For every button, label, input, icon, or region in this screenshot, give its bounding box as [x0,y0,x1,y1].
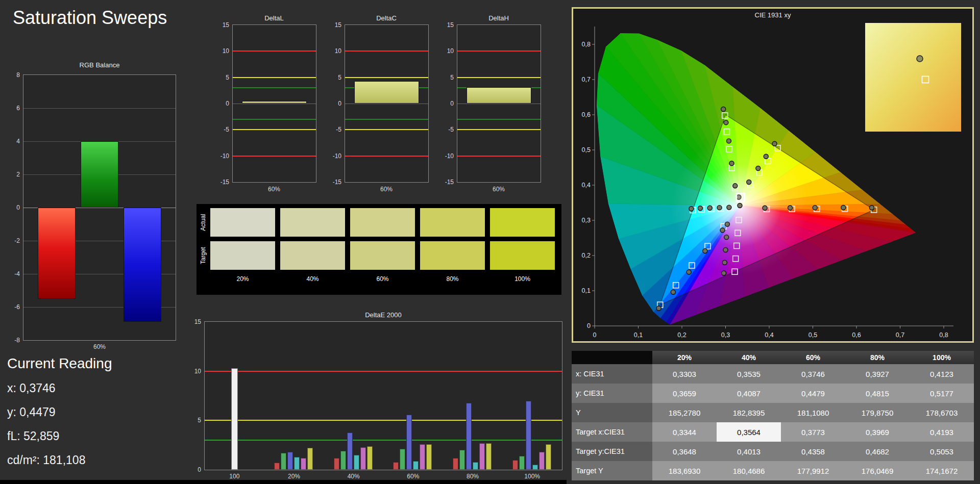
y-tick-label: 0,3 [582,217,591,224]
x-tick-label: 0 [593,332,597,339]
table-cell[interactable]: 179,8750 [845,403,910,422]
measured-circle [756,166,761,170]
table-cell[interactable]: 0,4087 [717,384,781,403]
swatch-target-60% [350,241,415,270]
app-root: Saturation Sweeps RGB Balance 86420-2-4-… [0,0,980,484]
deltae-bar-cyan [473,462,478,470]
table-cell[interactable]: 0,4682 [845,442,910,461]
cie-zoom-inset [865,23,961,132]
table-cell[interactable]: 177,9912 [781,461,845,480]
highlighted-target-square [737,193,745,201]
table-header-cell: 20% [652,351,717,364]
current-reading-y: y: 0,4479 [7,405,56,419]
y-tick-label: -8 [14,337,20,344]
deltae-bar-blue [466,403,472,470]
deltal-title: DeltaL [264,14,284,22]
y-tick-label: 0,6 [582,111,591,118]
table-cell[interactable]: 0,3969 [845,422,910,442]
table-cell[interactable]: 0,4123 [910,364,974,384]
table-cell[interactable]: 0,3344 [652,422,717,442]
table-cell[interactable]: 180,4686 [717,461,781,480]
table-cell[interactable]: 181,1080 [781,403,845,422]
x-tick-label: 0,5 [808,332,817,339]
table-cell[interactable]: 0,3927 [845,364,910,384]
ref-line [233,156,316,157]
deltae-bar-red [453,458,458,470]
rgb-bar-blue [124,208,161,322]
ref-line [233,77,316,78]
rgb-bar-red [38,208,76,299]
swatch-panel: ActualTarget20%40%60%80%100% [197,204,561,295]
x-category-label: 100 [229,473,239,480]
y-tick-label: -15 [333,179,341,186]
page-title: Saturation Sweeps [13,7,167,29]
measured-circle [656,306,661,311]
measured-circle [788,206,793,210]
table-header-cell: 40% [717,351,781,364]
delta-bar [354,81,419,104]
swatch-actual-20% [210,208,275,237]
deltae-title: DeltaE 2000 [365,311,402,319]
deltae-bar-green [459,450,465,470]
swatch-col-label: 60% [376,275,388,283]
table-cell[interactable]: 0,4193 [910,422,974,442]
y-tick-label: 5 [338,74,341,81]
table-cell[interactable]: 0,4013 [717,442,781,461]
x-tick-label: 0,8 [939,332,948,339]
x-category-label: 60% [407,473,419,480]
table-cell[interactable]: 0,3303 [652,364,717,384]
swatch-target-80% [420,241,485,270]
table-cell[interactable]: 0,3564 [717,422,781,442]
table-cell[interactable]: 0,4358 [781,442,845,461]
deltal-xlabel: 60% [268,186,280,193]
y-tick-label: 2 [16,171,20,178]
table-header-cell: 80% [845,351,910,364]
swatch-target-40% [280,241,345,270]
measured-circle [720,228,725,233]
deltae-bar-yellow [307,448,313,470]
table-cell[interactable]: 174,1672 [910,461,974,480]
ref-line [345,129,428,130]
table-cell[interactable]: 176,0469 [845,461,910,480]
ref-line [457,129,541,130]
y-tick-label: 4 [16,138,20,145]
measured-circle [689,207,694,211]
y-tick-label: -10 [333,152,341,160]
swatch-target-20% [210,241,275,270]
table-cell[interactable]: 0,3535 [717,364,781,384]
table-cell[interactable]: 178,6703 [910,403,974,422]
deltae-plot: 15105010020%40%60%80%100% [204,321,562,470]
measured-circle [772,141,777,146]
ref-line [457,119,541,120]
swatch-actual-40% [280,208,345,237]
table-cell[interactable]: 0,3773 [781,422,845,442]
table-cell[interactable]: 0,3659 [652,384,717,403]
ref-line [457,50,541,52]
measured-circle [763,206,767,210]
current-reading-cdm2: cd/m²: 181,108 [7,453,85,467]
ref-line [345,119,428,120]
x-tick-label: 0,7 [896,332,904,339]
table-cell[interactable]: 182,8395 [717,403,781,422]
measured-circle [722,260,727,265]
cie-title: CIE 1931 xy [755,11,791,19]
y-tick-label: 15 [194,318,201,325]
table-cell[interactable]: 183,6930 [652,461,717,480]
swatch-row-label-actual: Actual [200,214,207,231]
table-cell[interactable]: 185,2780 [652,403,717,422]
zero-line [457,104,541,104]
measured-circle [703,249,707,253]
table-row-label: Target y:CIE31 [572,442,652,461]
table-cell[interactable]: 0,3746 [781,364,845,384]
table-cell[interactable]: 0,4815 [845,384,910,403]
deltac-title: DeltaC [376,14,397,22]
y-tick-label: 0 [198,466,201,473]
rgb-balance-xlabel: 60% [93,343,106,350]
table-cell[interactable]: 0,5053 [910,442,974,461]
rgb-balance-plot: 86420-2-4-6-8 [23,74,176,341]
table-cell[interactable]: 0,4479 [781,384,845,403]
table-cell[interactable]: 0,3648 [652,442,717,461]
ref-line [205,371,562,372]
table-cell[interactable]: 0,5177 [910,384,974,403]
deltae-bar-cyan [294,457,300,470]
